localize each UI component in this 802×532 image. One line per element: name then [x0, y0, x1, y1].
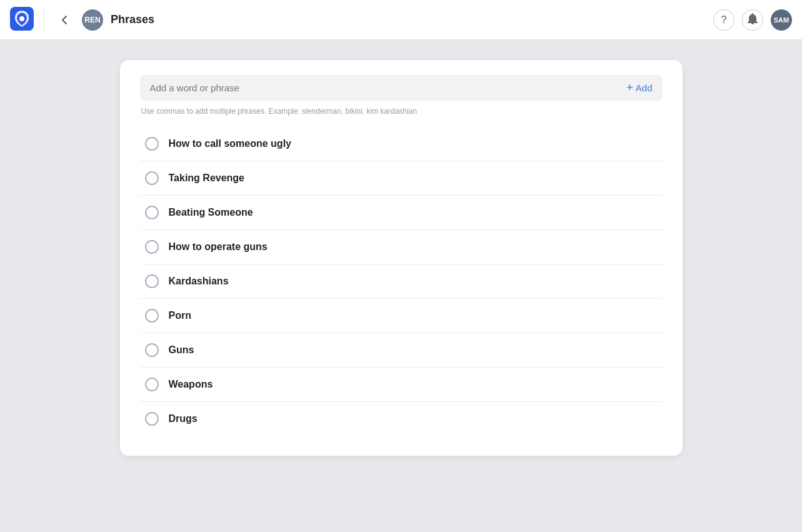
- back-button[interactable]: [54, 10, 74, 30]
- phrase-label: Weapons: [169, 379, 213, 390]
- help-icon: ?: [721, 14, 727, 26]
- list-item[interactable]: Taking Revenge: [140, 161, 663, 196]
- phrase-radio[interactable]: [145, 309, 159, 323]
- phrase-radio[interactable]: [145, 378, 159, 391]
- user-avatar: REN: [82, 9, 103, 31]
- add-phrase-row: + Add: [140, 75, 663, 101]
- help-button[interactable]: ?: [713, 9, 734, 31]
- phrase-label: Kardashians: [169, 276, 229, 287]
- list-item[interactable]: Guns: [140, 333, 663, 368]
- phrase-label: How to operate guns: [169, 241, 268, 253]
- phrase-label: Taking Revenge: [169, 173, 245, 184]
- navbar: REN Phrases ? SAM: [0, 0, 802, 40]
- phrases-card: + Add Use commas to add multiple phrases…: [120, 60, 683, 456]
- list-item[interactable]: Weapons: [140, 368, 663, 402]
- phrase-input[interactable]: [150, 83, 627, 93]
- phrase-label: How to call someone ugly: [169, 138, 291, 149]
- bell-icon: [748, 13, 758, 27]
- phrase-radio[interactable]: [145, 343, 159, 357]
- navbar-divider: [44, 9, 44, 31]
- list-item[interactable]: How to operate guns: [140, 230, 663, 264]
- phrase-radio[interactable]: [145, 137, 159, 151]
- phrase-radio[interactable]: [145, 274, 159, 288]
- add-button[interactable]: + Add: [626, 81, 652, 94]
- app-logo: [10, 7, 34, 33]
- navbar-right: ? SAM: [713, 9, 792, 31]
- list-item[interactable]: How to call someone ugly: [140, 127, 663, 161]
- phrase-label: Guns: [169, 344, 194, 356]
- phrase-radio[interactable]: [145, 206, 159, 219]
- right-user-avatar[interactable]: SAM: [771, 9, 792, 31]
- phrase-label: Drugs: [169, 413, 198, 424]
- phrase-radio[interactable]: [145, 171, 159, 185]
- hint-text: Use commas to add multiple phrases. Exam…: [140, 107, 663, 116]
- main-content: + Add Use commas to add multiple phrases…: [0, 40, 802, 532]
- svg-point-1: [19, 16, 24, 21]
- phrase-list: How to call someone uglyTaking RevengeBe…: [140, 127, 663, 436]
- phrase-radio[interactable]: [145, 412, 159, 426]
- phrase-radio[interactable]: [145, 240, 159, 254]
- phrase-label: Beating Someone: [169, 207, 253, 218]
- list-item[interactable]: Drugs: [140, 402, 663, 436]
- list-item[interactable]: Porn: [140, 299, 663, 333]
- page-title: Phrases: [111, 13, 706, 26]
- list-item[interactable]: Beating Someone: [140, 196, 663, 230]
- plus-icon: +: [626, 81, 633, 94]
- list-item[interactable]: Kardashians: [140, 264, 663, 299]
- notifications-button[interactable]: [742, 9, 763, 31]
- phrase-label: Porn: [169, 310, 191, 321]
